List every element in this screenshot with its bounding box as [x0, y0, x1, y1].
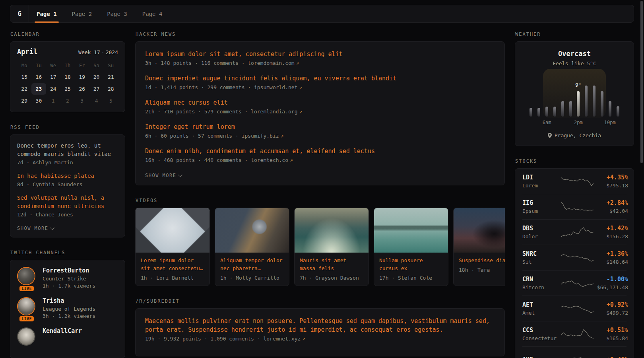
calendar-day[interactable]: 17: [46, 71, 60, 83]
calendar-day-selected[interactable]: 23: [31, 83, 46, 95]
calendar-day[interactable]: 16: [31, 71, 46, 83]
calendar-day[interactable]: 1: [46, 95, 60, 107]
calendar-day[interactable]: 15: [17, 71, 31, 83]
stock-row[interactable]: SNRCSit+1.36%$148.64: [522, 245, 627, 270]
stock-name: Sit: [522, 259, 561, 265]
weather-condition: Overcast: [523, 50, 626, 58]
stock-row[interactable]: IIGIpsum+2.84%$42.04: [522, 194, 627, 219]
video-card[interactable]: Aliquam tempor dolor nec pharetra…1h · M…: [215, 208, 289, 286]
video-card-body: Aliquam tempor dolor nec pharetra…1h · M…: [215, 253, 289, 286]
video-card[interactable]: Nullam posuere cursus ex17h · Stefan Col…: [374, 208, 448, 286]
hacker-news-widget: Lorem ipsum dolor sit amet, consectetur …: [135, 41, 505, 185]
video-card[interactable]: Lorem ipsum dolor sit amet consectetu…1h…: [135, 208, 210, 286]
sparkline-chart: [561, 353, 594, 358]
stock-row[interactable]: CRNBitcorn-1.00%$66,171.48: [522, 270, 627, 296]
hn-item-title[interactable]: Integer eget rutrum lorem: [145, 123, 495, 131]
stock-id: SNRCSit: [522, 250, 561, 265]
calendar-day[interactable]: 3: [75, 95, 89, 107]
stock-row[interactable]: LDILorem+4.35%$795.18: [522, 169, 627, 194]
reddit-post-title[interactable]: Maecenas mollis pulvinar erat non posuer…: [145, 317, 495, 334]
hn-show-more-button[interactable]: SHOW MORE: [145, 173, 182, 178]
calendar-day[interactable]: 4: [89, 95, 103, 107]
tab-page-1[interactable]: Page 1: [29, 5, 64, 22]
stock-row[interactable]: DBSDolor+1.42%$156.28: [522, 219, 627, 245]
twitch-channel[interactable]: KendallCarr: [17, 327, 118, 346]
external-link-icon[interactable]: ↗: [298, 84, 303, 90]
hn-item-title[interactable]: Aliquam nec cursus elit: [145, 98, 495, 107]
video-title[interactable]: Lorem ipsum dolor sit amet consectetu…: [141, 257, 204, 272]
twitch-channel[interactable]: LIVETrishaLeague of Legends3h · 1.2k vie…: [17, 297, 118, 319]
twitch-channel-list: LIVEForrestBurtonCounter-Strike1h · 1.7k…: [17, 267, 118, 346]
hn-item-title[interactable]: Donec enim nibh, condimentum et accumsan…: [145, 147, 495, 156]
stock-symbol: CRN: [522, 276, 561, 283]
twitch-channel[interactable]: LIVEForrestBurtonCounter-Strike1h · 1.7k…: [17, 267, 118, 289]
hn-item-meta: 21h · 710 points · 579 comments · loreml…: [145, 109, 495, 115]
external-link-icon[interactable]: ↗: [298, 109, 303, 115]
stock-row[interactable]: AETAmet+0.92%$499.72: [522, 296, 627, 321]
calendar-day[interactable]: 5: [104, 95, 118, 107]
calendar-section-title: CALENDAR: [10, 31, 125, 37]
rss-item-meta: 12d · Chance Jones: [17, 212, 118, 218]
stock-row[interactable]: AHS+0.46%: [522, 346, 627, 358]
calendar-day[interactable]: 26: [75, 83, 89, 95]
page-scrollbar[interactable]: [640, 1, 643, 163]
calendar-weekday: Th: [60, 60, 75, 71]
stock-change: +2.84%: [594, 199, 628, 206]
video-card-body: Mauris sit amet massa felis7h · Grayson …: [295, 253, 369, 286]
sparkline-chart: [561, 328, 594, 340]
rss-item-meta: 8d · Cynthia Saunders: [17, 181, 118, 187]
dashboard-page: G Page 1Page 2Page 3Page 4 CALENDAR Apri…: [0, 0, 644, 358]
stock-name: Consectetur: [522, 335, 561, 341]
calendar-weekday: Sa: [89, 60, 103, 71]
video-card[interactable]: Mauris sit amet massa felis7h · Grayson …: [294, 208, 369, 286]
twitch-channel-name: KendallCarr: [43, 327, 82, 335]
calendar-day[interactable]: 22: [17, 83, 31, 95]
calendar-day[interactable]: 19: [75, 71, 89, 83]
hn-item: Lorem ipsum dolor sit amet, consectetur …: [145, 50, 495, 66]
stock-symbol: IIG: [522, 199, 561, 206]
video-title[interactable]: Nullam posuere cursus ex: [379, 257, 443, 272]
stock-values: +2.84%$42.04: [594, 199, 628, 214]
video-title[interactable]: Suspendisse diam: [459, 257, 505, 265]
app-logo[interactable]: G: [10, 5, 29, 22]
calendar-day[interactable]: 2: [60, 95, 75, 107]
calendar-day[interactable]: 28: [104, 83, 118, 95]
tab-page-4[interactable]: Page 4: [135, 5, 170, 22]
stock-name: Ipsum: [522, 208, 561, 214]
hn-item: Donec imperdiet augue tincidunt felis al…: [145, 74, 495, 90]
calendar-day[interactable]: 27: [89, 83, 103, 95]
calendar-day[interactable]: 29: [17, 95, 31, 107]
rss-item-title[interactable]: Sed volutpat nulla nisl, a condimentum n…: [17, 194, 118, 210]
weather-bar-slot: [543, 78, 551, 117]
twitch-channel-name: Trisha: [43, 297, 95, 305]
external-link-icon[interactable]: ↗: [288, 157, 293, 163]
video-meta: 1h · Molly Carrillo: [220, 275, 284, 281]
hn-item-title[interactable]: Donec imperdiet augue tincidunt felis al…: [145, 74, 495, 83]
tab-page-3[interactable]: Page 3: [99, 5, 135, 22]
weather-bar-slot: [614, 78, 622, 117]
stock-values: +0.51%$165.84: [594, 327, 628, 341]
hn-item-title[interactable]: Lorem ipsum dolor sit amet, consectetur …: [145, 50, 495, 58]
rss-item-title[interactable]: In hac habitasse platea: [17, 172, 118, 180]
calendar-day[interactable]: 20: [89, 71, 103, 83]
stock-sparkline: [561, 353, 594, 358]
calendar-day[interactable]: 24: [46, 83, 60, 95]
stock-symbol: CCS: [522, 327, 561, 334]
external-link-icon[interactable]: ↗: [301, 336, 305, 342]
calendar-day[interactable]: 21: [104, 71, 118, 83]
video-title[interactable]: Mauris sit amet massa felis: [300, 257, 363, 272]
video-card[interactable]: Suspendisse diam18h · Tara: [453, 208, 505, 286]
stock-row[interactable]: CCSConsectetur+0.51%$165.84: [522, 321, 627, 346]
external-link-icon[interactable]: ↗: [295, 60, 299, 66]
weather-bar: [553, 107, 556, 117]
calendar-day[interactable]: 18: [60, 71, 75, 83]
video-title[interactable]: Aliquam tempor dolor nec pharetra…: [220, 257, 284, 272]
calendar-day[interactable]: 25: [60, 83, 75, 95]
external-link-icon[interactable]: ↗: [279, 133, 284, 139]
hn-section-title: HACKER NEWS: [136, 31, 505, 37]
rss-item-title[interactable]: Donec tempor eros leo, ut commodo mauris…: [17, 142, 118, 158]
tab-page-2[interactable]: Page 2: [64, 5, 100, 22]
hn-item-meta-text: 16h · 468 points · 440 comments · loremt…: [145, 157, 288, 163]
calendar-day[interactable]: 30: [31, 95, 46, 107]
rss-show-more-button[interactable]: SHOW MORE: [17, 226, 54, 231]
